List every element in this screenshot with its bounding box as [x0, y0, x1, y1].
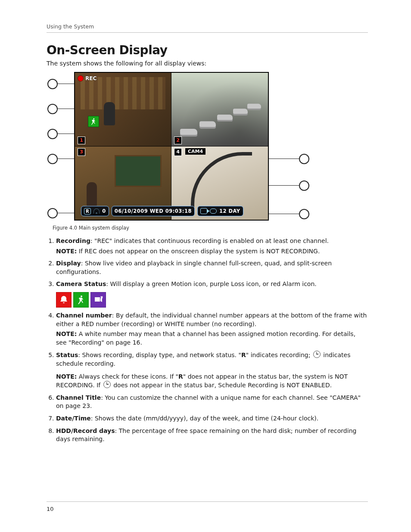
note-label: NOTE:	[56, 248, 77, 255]
status-pill-hdd: 12 DAY	[197, 206, 243, 216]
status-pill-datetime: 06/10/2009 WED 09:03:18	[112, 206, 195, 216]
status-pill-rec-net: R 0	[81, 206, 109, 216]
item-status: Status: Shows recording, display type, a…	[56, 351, 368, 389]
item-channel-number: Channel number: By default, the individu…	[56, 311, 368, 347]
rec-indicator: REC	[78, 75, 97, 81]
body-mid: " indicates recording;	[246, 352, 312, 358]
term: Date/Time	[56, 415, 91, 422]
item-camera-status: Camera Status: Will display a green Moti…	[56, 280, 368, 308]
motion-icon	[73, 292, 89, 308]
camera-view-2: 2	[171, 73, 268, 146]
item-recording: Recording: "REC" indicates that continuo…	[56, 237, 368, 255]
channel-number-3: 3	[78, 148, 85, 156]
channel-title-4: CAM4	[185, 148, 206, 155]
term: Display	[56, 260, 81, 267]
loss-icon	[90, 292, 106, 308]
note-text: If REC does not appear on the onscreen d…	[79, 248, 320, 255]
record-dot-icon	[78, 75, 84, 81]
note-text: A white number may mean that a channel h…	[56, 330, 355, 346]
callout-1	[47, 79, 58, 89]
term: Recording	[56, 237, 90, 244]
rec-label: REC	[85, 75, 97, 81]
status-bar: R 0 06/10/2009 WED 09:03:18 12 DAY	[81, 206, 262, 216]
note: NOTE: If REC does not appear on the onsc…	[56, 247, 368, 256]
quad-display: REC 1 2 3 4 CAM4	[74, 72, 269, 221]
hdd-icon	[210, 208, 217, 214]
callout-5	[47, 208, 58, 218]
sequence-icon	[200, 208, 207, 214]
footer-rule	[47, 501, 368, 502]
running-head: Using the System	[47, 23, 368, 30]
callout-7	[299, 180, 309, 191]
motion-icon	[88, 116, 99, 127]
status-datetime: 06/10/2009 WED 09:03:18	[115, 208, 192, 214]
page-number: 10	[47, 506, 54, 512]
body: : Shows the date (mm/dd/yyyy), day of th…	[91, 415, 318, 422]
note-pre: Always check for these icons. If "	[79, 373, 178, 380]
callout-2-line	[57, 109, 76, 109]
status-recording-icon: R	[84, 208, 91, 215]
term: HDD/Record days	[56, 427, 115, 434]
channel-number-2: 2	[174, 137, 182, 144]
note-post: does not appear in the status bar, Sched…	[112, 382, 332, 389]
channel-number-1: 1	[78, 137, 85, 144]
status-net-count: 0	[102, 208, 106, 214]
body: : You can customize the channel with a u…	[56, 394, 361, 410]
note-label: NOTE:	[56, 330, 77, 337]
term: Channel Title	[56, 394, 101, 401]
callout-8	[299, 209, 309, 219]
note: NOTE: A white number may mean that a cha…	[56, 330, 368, 347]
status-hdd-days: 12 DAY	[219, 208, 240, 214]
camera-view-1: REC 1	[75, 73, 171, 146]
item-channel-title: Channel Title: You can customize the cha…	[56, 394, 368, 411]
callout-6	[299, 154, 309, 164]
page-title: On-Screen Display	[47, 43, 368, 57]
definition-list: Recording: "REC" indicates that continuo…	[47, 237, 368, 444]
body: : "REC" indicates that continuous record…	[90, 237, 329, 244]
term: Channel number	[56, 312, 112, 319]
body-r: R	[241, 352, 246, 358]
clock-icon	[313, 351, 321, 358]
figure: REC 1 2 3 4 CAM4	[45, 72, 321, 221]
term: Camera Status	[56, 280, 106, 287]
item-date-time: Date/Time: Shows the date (mm/dd/yyyy), …	[56, 414, 368, 423]
body: : Show live video and playback in single…	[56, 260, 332, 275]
callout-1-line	[57, 84, 76, 84]
status-icon-row	[56, 292, 368, 308]
item-hdd-record-days: HDD/Record days: The percentage of free …	[56, 427, 368, 444]
callout-4	[47, 154, 58, 164]
intro-text: The system shows the following for all d…	[47, 60, 368, 67]
alarm-icon	[56, 292, 72, 308]
note-label: NOTE:	[56, 373, 77, 380]
figure-caption: Figure 4.0 Main system display	[53, 225, 368, 231]
channel-number-4: 4	[174, 148, 182, 156]
note: NOTE: Always check for these icons. If "…	[56, 373, 368, 390]
network-icon	[93, 208, 100, 214]
body-pre: : Shows recording, display type, and net…	[78, 352, 241, 358]
clock-icon	[103, 381, 111, 388]
note-r: R	[178, 373, 183, 380]
callout-2	[47, 104, 58, 114]
callout-4-line	[57, 159, 76, 159]
callout-3	[47, 129, 58, 139]
item-display: Display: Show live video and playback in…	[56, 259, 368, 276]
term: Status	[56, 352, 78, 358]
header-rule	[47, 32, 368, 33]
body: : Will display a green Motion icon, purp…	[106, 280, 316, 287]
